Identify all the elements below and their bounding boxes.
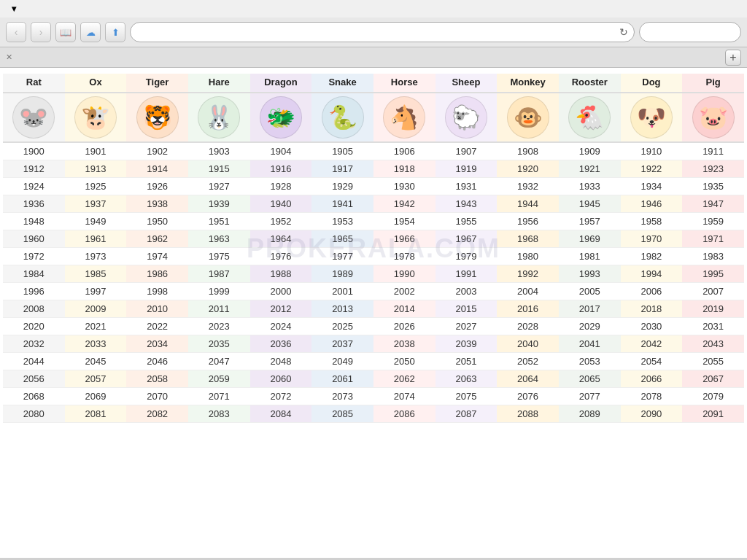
year-cell: 1916	[250, 160, 312, 178]
year-cell: 1926	[126, 178, 188, 195]
year-cell: 2024	[250, 318, 312, 335]
icon-rat: 🐭	[3, 93, 65, 142]
search-bar[interactable]	[639, 22, 741, 42]
year-cell: 2048	[250, 353, 312, 370]
year-cell: 1943	[436, 195, 498, 213]
year-cell: 1929	[311, 178, 374, 195]
year-cell: 1903	[188, 142, 250, 160]
year-cell: 2087	[436, 405, 498, 423]
forward-button[interactable]: ›	[31, 22, 51, 42]
year-cell: 1956	[497, 213, 559, 230]
year-cell: 2016	[497, 300, 559, 318]
year-cell: 2075	[436, 388, 498, 405]
table-row: 1984198519861987198819891990199119921993…	[3, 265, 744, 283]
year-cell: 2020	[3, 318, 65, 335]
year-cell: 1935	[682, 178, 744, 195]
year-cell: 1949	[65, 213, 127, 230]
share-button[interactable]: ⬆	[105, 22, 125, 42]
year-cell: 1906	[374, 142, 436, 160]
year-cell: 2078	[621, 388, 683, 405]
year-cell: 2015	[436, 300, 498, 318]
year-cell: 2067	[682, 370, 744, 388]
year-cell: 1995	[682, 265, 744, 283]
year-cell: 1922	[621, 160, 683, 178]
table-row: 1948194919501951195219531954195519561957…	[3, 213, 744, 230]
year-cell: 2054	[621, 353, 683, 370]
table-row: 2020202120222023202420252026202720282029…	[3, 318, 744, 335]
year-cell: 2064	[497, 370, 559, 388]
year-cell: 2086	[374, 405, 436, 423]
icon-horse: 🐴	[374, 93, 436, 142]
year-cell: 1900	[3, 142, 65, 160]
year-cell: 2070	[126, 388, 188, 405]
year-cell: 2019	[682, 300, 744, 318]
year-cell: 1910	[621, 142, 683, 160]
year-cell: 1921	[559, 160, 621, 178]
year-cell: 1955	[436, 213, 498, 230]
year-cell: 2022	[126, 318, 188, 335]
url-bar[interactable]: ↻	[130, 22, 635, 42]
header-hare: Hare	[188, 74, 250, 93]
year-cell: 1933	[559, 178, 621, 195]
year-cell: 2010	[126, 300, 188, 318]
year-cell: 1984	[3, 265, 65, 283]
new-tab-button[interactable]: +	[725, 50, 741, 66]
year-cell: 1963	[188, 230, 250, 248]
header-monkey: Monkey	[497, 74, 559, 93]
year-cell: 2033	[65, 335, 127, 353]
year-cell: 2049	[311, 353, 374, 370]
year-cell: 1996	[3, 283, 65, 300]
year-cell: 1951	[188, 213, 250, 230]
year-cell: 2036	[250, 335, 312, 353]
year-cell: 1978	[374, 248, 436, 265]
year-cell: 2058	[126, 370, 188, 388]
tab-close-button[interactable]: ✕	[6, 52, 12, 62]
table-row: 2044204520462047204820492050205120522053…	[3, 353, 744, 370]
year-cell: 1968	[497, 230, 559, 248]
year-cell: 1902	[126, 142, 188, 160]
year-cell: 1904	[250, 142, 312, 160]
status-left: ▾	[7, 4, 16, 14]
year-cell: 1960	[3, 230, 65, 248]
year-cell: 2050	[374, 353, 436, 370]
year-cell: 2063	[436, 370, 498, 388]
year-cell: 2014	[374, 300, 436, 318]
icon-monkey: 🐵	[497, 93, 559, 142]
year-cell: 2062	[374, 370, 436, 388]
year-cell: 2082	[126, 405, 188, 423]
year-cell: 1986	[126, 265, 188, 283]
year-cell: 2003	[436, 283, 498, 300]
year-cell: 2045	[65, 353, 127, 370]
content-wrapper: RatOxTigerHareDragonSnakeHorseSheepMonke…	[0, 68, 747, 429]
year-cell: 1975	[188, 248, 250, 265]
cloud-button[interactable]: ☁	[80, 22, 101, 42]
year-cell: 2029	[559, 318, 621, 335]
year-cell: 2012	[250, 300, 312, 318]
back-button[interactable]: ‹	[6, 22, 26, 42]
year-cell: 2072	[250, 388, 312, 405]
year-cell: 1915	[188, 160, 250, 178]
content-area: RatOxTigerHareDragonSnakeHorseSheepMonke…	[0, 68, 747, 558]
year-cell: 1940	[250, 195, 312, 213]
year-cell: 1931	[436, 178, 498, 195]
year-cell: 2068	[3, 388, 65, 405]
year-cell: 2013	[311, 300, 374, 318]
year-cell: 1905	[311, 142, 374, 160]
reload-button[interactable]: ↻	[619, 26, 628, 38]
year-cell: 1946	[621, 195, 683, 213]
year-cell: 1927	[188, 178, 250, 195]
year-cell: 1917	[311, 160, 374, 178]
year-cell: 1961	[65, 230, 127, 248]
year-cell: 2057	[65, 370, 127, 388]
year-cell: 2005	[559, 283, 621, 300]
year-cell: 2039	[436, 335, 498, 353]
year-cell: 2052	[497, 353, 559, 370]
year-cell: 2065	[559, 370, 621, 388]
year-cell: 1977	[311, 248, 374, 265]
year-cell: 1972	[3, 248, 65, 265]
bookmarks-button[interactable]: 📖	[55, 22, 76, 42]
year-cell: 2034	[126, 335, 188, 353]
year-cell: 2009	[65, 300, 127, 318]
year-cell: 1939	[188, 195, 250, 213]
year-cell: 2066	[621, 370, 683, 388]
